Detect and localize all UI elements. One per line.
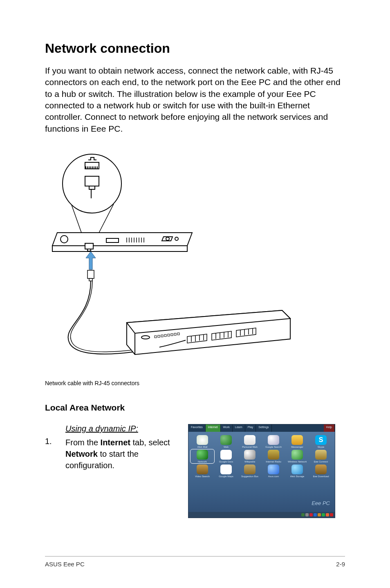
tray-icon — [322, 513, 325, 516]
tray-icon — [301, 513, 305, 516]
app-google-search[interactable]: Google Search — [262, 435, 285, 448]
ui-screenshot: FavoritesInternetWorkLearnPlaySettingsHe… — [188, 424, 345, 518]
footer-right: 2-9 — [336, 561, 345, 568]
app-label: Google Maps — [219, 475, 233, 478]
eee-desktop: FavoritesInternetWorkLearnPlaySettingsHe… — [188, 424, 335, 518]
app-label: Web Mail — [197, 446, 208, 448]
app-google-docs[interactable]: Google Docs — [215, 450, 238, 463]
app-label: Personal Web — [242, 446, 258, 448]
app-label: Google Docs — [219, 460, 233, 463]
app-network[interactable]: Network — [191, 450, 214, 463]
app-label: Eee Connect — [314, 460, 328, 463]
svg-rect-13 — [89, 278, 92, 281]
text-fragment: tab, select — [130, 438, 170, 447]
app-label: Eee Download — [313, 475, 329, 478]
app-video-search[interactable]: Video Search — [191, 465, 214, 478]
tab-favorites[interactable]: Favorites — [188, 424, 206, 432]
app-web-storage[interactable]: Web Storage — [286, 465, 309, 478]
internet-tab-ref: Internet — [101, 438, 130, 447]
mag-icon — [268, 435, 279, 445]
svg-rect-12 — [87, 270, 94, 278]
svg-point-6 — [61, 236, 68, 243]
task-bar — [188, 512, 335, 518]
wifi-icon — [291, 450, 303, 460]
app-label: Web Storage — [290, 475, 305, 478]
svg-rect-17 — [161, 335, 163, 337]
app-suggestion-box[interactable]: Suggestion Box — [238, 465, 261, 478]
svg-rect-18 — [164, 334, 166, 337]
stamp-icon — [197, 435, 208, 445]
illustration-caption: Network cable with RJ-45 connectors — [45, 380, 345, 386]
svg-rect-11 — [87, 249, 91, 251]
plug-icon — [315, 450, 327, 460]
svg-rect-10 — [85, 243, 93, 249]
app-label: Video Search — [195, 475, 210, 478]
app-label: Network — [198, 460, 207, 463]
wiki-icon — [244, 450, 256, 460]
svg-rect-7 — [106, 238, 119, 242]
svg-rect-22 — [177, 333, 179, 335]
network-diagram-svg — [45, 147, 345, 376]
app-label: Web — [224, 446, 229, 448]
step-number: 1. — [45, 437, 65, 471]
app-web-mail[interactable]: Web Mail — [191, 435, 214, 448]
radio-icon — [268, 450, 279, 460]
house-icon — [244, 435, 256, 445]
footer-left: ASUS Eee PC — [45, 561, 85, 568]
film-icon — [197, 465, 208, 474]
tray-icon — [330, 513, 333, 516]
app-messenger[interactable]: Messenger — [286, 435, 309, 448]
app-web[interactable]: Web — [215, 435, 238, 448]
step-text: Using a dynamic IP: 1. From the Internet… — [45, 424, 176, 471]
people-icon — [291, 435, 303, 445]
network-diagram — [45, 147, 345, 376]
step-body: From the Internet tab, select Network to… — [65, 437, 176, 471]
svg-point-9 — [175, 237, 178, 240]
app-wireless-networks[interactable]: Wireless Networks — [286, 450, 309, 463]
icon-grid: Web MailWebPersonal WebGoogle SearchMess… — [188, 432, 335, 481]
app-personal-web[interactable]: Personal Web — [238, 435, 261, 448]
tray-icon — [326, 513, 329, 516]
page-heading: Network connection — [45, 41, 345, 56]
app-wikipedia[interactable]: Wikipedia — [238, 450, 261, 463]
tray-icon — [318, 513, 321, 516]
app-label: Messenger — [291, 446, 303, 448]
svg-rect-15 — [155, 336, 157, 338]
app-skype[interactable]: SSkype — [309, 435, 332, 448]
tab-play[interactable]: Play — [245, 424, 256, 432]
tab-settings[interactable]: Settings — [256, 424, 271, 432]
tab-learn[interactable]: Learn — [233, 424, 245, 432]
app-google-maps[interactable]: Google Maps — [215, 465, 238, 478]
app-eee-connect[interactable]: Eee Connect — [309, 450, 332, 463]
app-label: Suggestion Box — [241, 475, 258, 478]
app-label: Google Search — [265, 446, 282, 448]
tab-internet[interactable]: Internet — [206, 424, 221, 432]
text-fragment: From the — [65, 438, 101, 447]
globe-icon — [220, 435, 232, 445]
app-eee-download[interactable]: Eee Download — [309, 465, 332, 478]
skype-icon: S — [315, 435, 327, 445]
app-label: Internet Radio — [266, 460, 281, 463]
step-line: 1. From the Internet tab, select Network… — [45, 437, 176, 471]
app-label: Wikipedia — [244, 460, 255, 463]
svg-point-14 — [141, 336, 150, 339]
subsection-heading: Local Area Network — [45, 403, 345, 413]
app-label: Wireless Networks — [288, 460, 307, 463]
step-heading: Using a dynamic IP: — [65, 424, 176, 433]
tray-icon — [305, 513, 309, 516]
app-asus.com[interactable]: Asus.com — [262, 465, 285, 478]
svg-rect-21 — [174, 333, 176, 335]
tray-icon — [314, 513, 317, 516]
svg-point-0 — [63, 154, 121, 213]
dl-icon — [315, 465, 327, 474]
tab-work[interactable]: Work — [221, 424, 233, 432]
eee-pc-logo: Eee PC — [312, 500, 330, 506]
document-page: Network connection If you want to obtain… — [0, 0, 390, 588]
app-internet-radio[interactable]: Internet Radio — [262, 450, 285, 463]
app-label: Skype — [318, 446, 325, 448]
app-label: Asus.com — [268, 475, 279, 478]
svg-rect-20 — [171, 334, 173, 336]
step-block: Using a dynamic IP: 1. From the Internet… — [45, 424, 345, 518]
network-item-ref: Network — [65, 449, 98, 458]
tab-help[interactable]: Help — [324, 424, 335, 432]
